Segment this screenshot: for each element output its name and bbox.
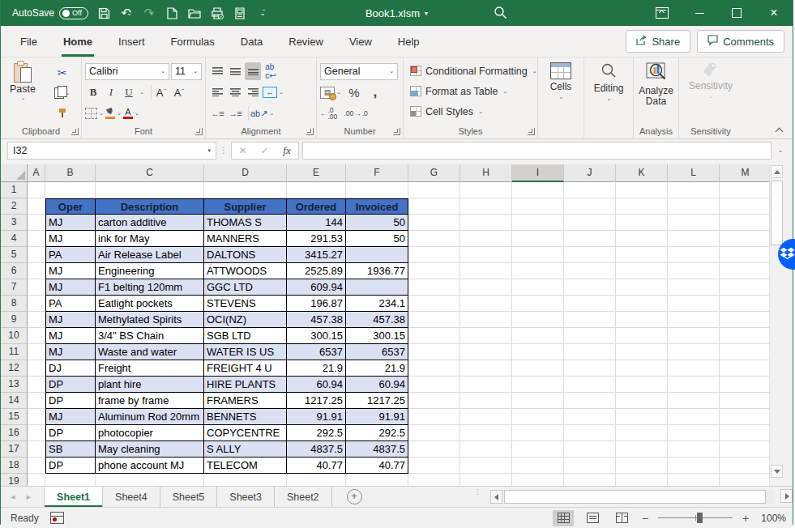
cell-D10[interactable]: SGB LTD xyxy=(204,328,287,344)
cell-A16[interactable] xyxy=(28,425,45,441)
format-as-table-button[interactable]: Format as Table⌄ xyxy=(404,81,537,101)
cell-B8[interactable]: PA xyxy=(45,296,96,312)
cell-F3[interactable]: 50 xyxy=(346,215,408,231)
ribbon-tab-review[interactable]: Review xyxy=(276,26,336,57)
cell-I17[interactable] xyxy=(512,441,564,458)
cell-F15[interactable]: 91.91 xyxy=(346,409,408,425)
bottom-align-button[interactable] xyxy=(245,62,261,80)
center-button[interactable] xyxy=(227,83,243,101)
cell-J11[interactable] xyxy=(564,344,616,360)
cell-styles-button[interactable]: Cell Styles⌄ xyxy=(404,101,537,121)
cell-K11[interactable] xyxy=(616,344,668,360)
name-box-dropdown-icon[interactable]: ▾ xyxy=(207,147,211,154)
cell-L4[interactable] xyxy=(668,231,720,247)
cell-A15[interactable] xyxy=(28,409,45,425)
cell-F6[interactable]: 1936.77 xyxy=(346,263,408,279)
row-header-5[interactable]: 5 xyxy=(1,247,28,263)
row-header-10[interactable]: 10 xyxy=(1,328,28,344)
cell-L2[interactable] xyxy=(668,198,720,215)
collapse-ribbon-icon[interactable] xyxy=(775,127,783,134)
cell-L15[interactable] xyxy=(668,409,720,425)
bold-button[interactable]: B xyxy=(85,83,101,101)
cell-H6[interactable] xyxy=(460,263,512,279)
zoom-slider[interactable] xyxy=(658,517,733,518)
select-all-corner[interactable] xyxy=(1,164,28,182)
cell-A14[interactable] xyxy=(28,393,45,409)
comma-style-button[interactable]: , xyxy=(367,83,383,101)
cell-G5[interactable] xyxy=(408,247,460,263)
cell-E14[interactable]: 1217.25 xyxy=(287,393,346,409)
cell-L16[interactable] xyxy=(668,425,720,441)
cell-I4[interactable] xyxy=(512,231,564,247)
increase-font-button[interactable]: Aˆ xyxy=(153,83,169,101)
cell-D17[interactable]: S ALLY xyxy=(204,441,287,458)
top-align-button[interactable] xyxy=(209,62,225,80)
macro-record-icon[interactable] xyxy=(50,512,64,524)
fill-color-button[interactable]: ⛊⌄ xyxy=(105,104,122,122)
cell-J7[interactable] xyxy=(564,279,616,296)
align-left-button[interactable] xyxy=(209,83,225,101)
cell-K4[interactable] xyxy=(616,231,668,247)
print-preview-icon[interactable] xyxy=(233,6,247,20)
save-icon[interactable] xyxy=(96,6,111,20)
cell-J1[interactable] xyxy=(564,182,616,198)
wrap-text-button[interactable]: abc↩ xyxy=(263,62,279,80)
row-header-1[interactable]: 1 xyxy=(1,182,28,198)
cell-A2[interactable] xyxy=(28,198,45,215)
cell-M9[interactable] xyxy=(720,312,771,328)
cell-G6[interactable] xyxy=(408,263,460,279)
cell-H4[interactable] xyxy=(460,231,512,247)
cell-A3[interactable] xyxy=(28,215,45,231)
cell-M14[interactable] xyxy=(720,393,771,409)
column-header-B[interactable]: B xyxy=(45,164,96,182)
cell-D13[interactable]: HIRE PLANTS xyxy=(204,377,287,393)
cell-C8[interactable]: Eatlight pockets xyxy=(96,296,204,312)
cell-C3[interactable]: carton additive xyxy=(96,215,204,231)
cell-K19[interactable] xyxy=(616,474,668,486)
row-header-11[interactable]: 11 xyxy=(1,344,28,360)
cell-I6[interactable] xyxy=(512,263,564,279)
cell-J4[interactable] xyxy=(564,231,616,247)
column-header-D[interactable]: D xyxy=(204,164,287,182)
cell-D8[interactable]: STEVENS xyxy=(204,296,287,312)
cell-A7[interactable] xyxy=(28,279,45,296)
cell-M1[interactable] xyxy=(720,182,771,198)
cell-K9[interactable] xyxy=(616,312,668,328)
cell-F19[interactable] xyxy=(346,474,408,486)
cell-L13[interactable] xyxy=(668,377,720,393)
cell-H12[interactable] xyxy=(460,360,512,377)
font-dialog-launcher-icon[interactable] xyxy=(195,128,203,135)
cell-M4[interactable] xyxy=(720,231,771,247)
cell-C18[interactable]: phone account MJ xyxy=(96,458,204,474)
cell-E5[interactable]: 3415.27 xyxy=(287,247,346,263)
cell-B7[interactable]: MJ xyxy=(45,279,96,296)
undo-icon[interactable]: ↶⌄ xyxy=(119,6,134,20)
cell-J5[interactable] xyxy=(564,247,616,263)
cell-E15[interactable]: 91.91 xyxy=(287,409,346,425)
cell-B5[interactable]: PA xyxy=(45,247,96,263)
zoom-level[interactable]: 100% xyxy=(759,513,786,524)
cell-F5[interactable] xyxy=(346,247,408,263)
ribbon-tab-home[interactable]: Home xyxy=(50,26,105,57)
cell-B15[interactable]: MJ xyxy=(45,409,96,425)
cell-I18[interactable] xyxy=(512,458,564,474)
cell-L19[interactable] xyxy=(668,474,720,486)
ribbon-tab-data[interactable]: Data xyxy=(228,26,276,57)
cell-C5[interactable]: Air Release Label xyxy=(96,247,204,263)
ribbon-tab-view[interactable]: View xyxy=(336,26,385,57)
cell-K7[interactable] xyxy=(616,279,668,296)
sheet-tab-sheet5[interactable]: Sheet5 xyxy=(160,487,218,507)
cell-C13[interactable]: plant hire xyxy=(96,377,204,393)
cell-B11[interactable]: MJ xyxy=(45,344,96,360)
column-header-K[interactable]: K xyxy=(616,164,668,182)
cell-C10[interactable]: 3/4" BS Chain xyxy=(96,328,204,344)
cell-L5[interactable] xyxy=(668,247,720,263)
cell-L11[interactable] xyxy=(668,344,720,360)
ribbon-tab-insert[interactable]: Insert xyxy=(105,26,158,57)
row-header-13[interactable]: 13 xyxy=(1,377,28,393)
cell-E1[interactable] xyxy=(287,182,346,198)
cell-J2[interactable] xyxy=(564,198,616,215)
cell-H2[interactable] xyxy=(460,198,512,215)
clipboard-dialog-launcher-icon[interactable] xyxy=(71,128,79,135)
column-header-I[interactable]: I xyxy=(512,164,564,182)
